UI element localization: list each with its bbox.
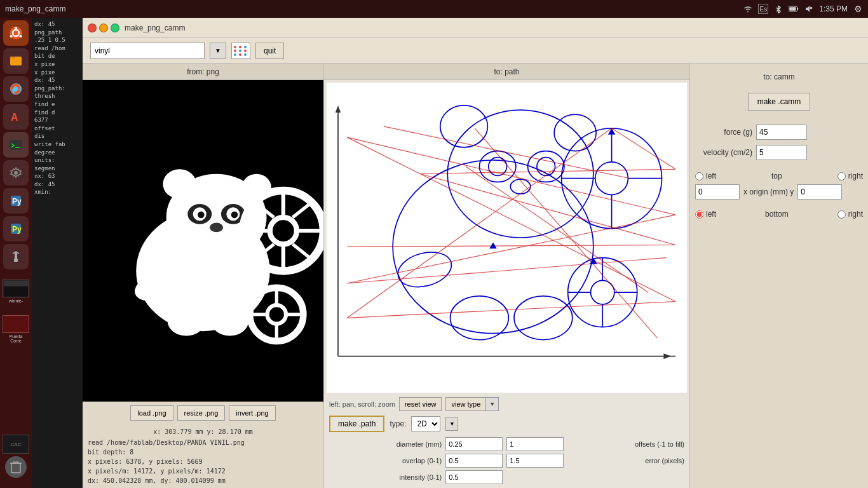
- terminal-line-22: dx: 45: [34, 180, 80, 189]
- system-bar: make_png_camm Es 1:35 PM ⚙: [0, 0, 868, 18]
- diameter-input-1[interactable]: [445, 437, 503, 451]
- velocity-row: velocity (cm/2): [695, 145, 863, 160]
- toolbar-row: vinyl ▼ quit: [83, 38, 868, 64]
- terminal-line-19: units:: [34, 156, 80, 165]
- svg-point-73: [451, 296, 509, 340]
- type-select[interactable]: 2D 3D: [411, 416, 440, 431]
- left-radio-bottom[interactable]: left: [695, 210, 716, 219]
- taskbar: A Py Py winnie- PuertaCorre: [0, 18, 32, 488]
- svg-point-10: [20, 35, 22, 37]
- system-bar-left: make_png_camm: [5, 4, 65, 13]
- dot-blue-1: [244, 46, 247, 48]
- svg-rect-22: [14, 259, 18, 262]
- reset-view-button[interactable]: reset view: [399, 397, 442, 411]
- svg-marker-100: [489, 242, 496, 248]
- clock: 1:35 PM: [819, 4, 848, 13]
- bluetooth-icon: [773, 4, 783, 14]
- maximize-button[interactable]: [111, 24, 119, 32]
- taskbar-firefox-icon[interactable]: [3, 76, 29, 102]
- vinyl-dropdown-arrow[interactable]: ▼: [210, 43, 226, 59]
- svg-text:Py: Py: [12, 197, 22, 206]
- taskbar-label-puerta: PuertaCorre: [10, 334, 23, 343]
- terminal-line-10: png_path:: [34, 85, 80, 93]
- panda-image: [83, 80, 323, 402]
- path-visualization: [327, 83, 687, 393]
- taskbar-puerta-thumb[interactable]: [3, 315, 29, 333]
- vinyl-select[interactable]: vinyl: [90, 43, 205, 59]
- taskbar-cac-thumb[interactable]: CAC: [3, 435, 29, 454]
- bottom-label: bottom: [726, 210, 827, 219]
- info-line-3: x pixels: 6378, y pixels: 5669: [88, 457, 318, 466]
- quit-button[interactable]: quit: [255, 43, 284, 59]
- radio-group-bottom: left bottom right: [695, 210, 863, 219]
- taskbar-label-winnie: winnie-: [9, 299, 23, 303]
- terminal-line-17: write fab: [34, 140, 80, 149]
- velocity-input[interactable]: [756, 145, 807, 160]
- resize-png-button[interactable]: resize .png: [177, 405, 226, 421]
- svg-rect-3: [789, 7, 796, 11]
- svg-marker-101: [608, 128, 615, 135]
- svg-text:Py: Py: [12, 225, 22, 234]
- system-menu-icon[interactable]: ⚙: [853, 4, 863, 14]
- left-radio-bottom-input[interactable]: [695, 210, 703, 219]
- taskbar-files-icon[interactable]: [3, 48, 29, 74]
- make-camm-button[interactable]: make .camm: [748, 93, 811, 111]
- right-radio-top-input[interactable]: [837, 172, 846, 180]
- svg-line-89: [420, 169, 675, 173]
- svg-point-17: [14, 171, 18, 175]
- terminal-panel: dx: 45 png_path .25 1 0.5 read /hom bit …: [32, 18, 83, 488]
- coords-line: x: 303.779 mm y: 28.170 mm: [88, 427, 318, 437]
- terminal-line-18: degree: [34, 149, 80, 157]
- error-label: error (pixels): [567, 457, 684, 464]
- svg-point-9: [10, 35, 13, 37]
- taskbar-ubuntu-icon[interactable]: [3, 20, 29, 46]
- svg-point-0: [747, 11, 749, 13]
- dots-grid-button[interactable]: [231, 43, 250, 59]
- taskbar-settings-icon[interactable]: [3, 160, 29, 186]
- close-button[interactable]: [88, 24, 97, 32]
- make-path-button[interactable]: make .path: [329, 416, 384, 432]
- y-origin-input[interactable]: [797, 184, 842, 200]
- overlap-input-1[interactable]: [445, 454, 503, 468]
- taskbar-usb-icon[interactable]: [3, 244, 29, 269]
- right-radio-top[interactable]: right: [837, 172, 863, 180]
- minimize-button[interactable]: [99, 24, 108, 32]
- dot-blue-3: [234, 53, 236, 56]
- view-hint-label: left: pan, scroll: zoom: [329, 400, 395, 408]
- svg-rect-15: [10, 140, 22, 150]
- right-radio-bottom-input[interactable]: [837, 210, 846, 219]
- overlap-input-2[interactable]: [506, 454, 564, 468]
- diameter-input-2[interactable]: [506, 437, 564, 451]
- force-input[interactable]: [756, 125, 807, 140]
- panels-area: from: png: [83, 64, 868, 488]
- svg-point-44: [270, 217, 297, 244]
- load-png-button[interactable]: load .png: [130, 405, 173, 421]
- svg-line-90: [612, 128, 675, 170]
- terminal-line-3: png_path: [34, 29, 80, 37]
- from-png-buttons: load .png resize .png invert .png: [83, 402, 323, 424]
- info-line-2: bit depth: 8: [88, 447, 318, 457]
- force-row: force (g): [695, 125, 863, 140]
- x-origin-input[interactable]: [695, 184, 740, 200]
- left-radio-top-input[interactable]: [695, 172, 703, 180]
- view-type-dropdown[interactable]: ▼: [486, 397, 499, 411]
- view-type-button[interactable]: view type: [445, 397, 486, 411]
- taskbar-fonts-icon[interactable]: A: [3, 104, 29, 130]
- intensity-input[interactable]: [445, 470, 503, 484]
- to-path-canvas[interactable]: [327, 83, 687, 393]
- left-radio-top[interactable]: left: [695, 172, 716, 180]
- taskbar-window-thumb[interactable]: [3, 280, 29, 297]
- svg-point-41: [168, 306, 205, 336]
- from-png-header: from: png: [83, 64, 323, 80]
- taskbar-python2-icon[interactable]: Py: [3, 216, 29, 241]
- volume-icon: [804, 4, 814, 14]
- terminal-line-5: read /hom: [34, 44, 80, 53]
- right-radio-bottom[interactable]: right: [837, 210, 863, 219]
- type-dropdown-arrow[interactable]: ▼: [445, 417, 458, 431]
- taskbar-python1-icon[interactable]: Py: [3, 188, 29, 214]
- terminal-line-12: find e: [34, 100, 80, 109]
- taskbar-trash-icon[interactable]: [5, 456, 27, 478]
- taskbar-terminal-icon[interactable]: [3, 132, 29, 158]
- invert-png-button[interactable]: invert .png: [229, 405, 275, 421]
- dot-blue-4: [244, 53, 247, 56]
